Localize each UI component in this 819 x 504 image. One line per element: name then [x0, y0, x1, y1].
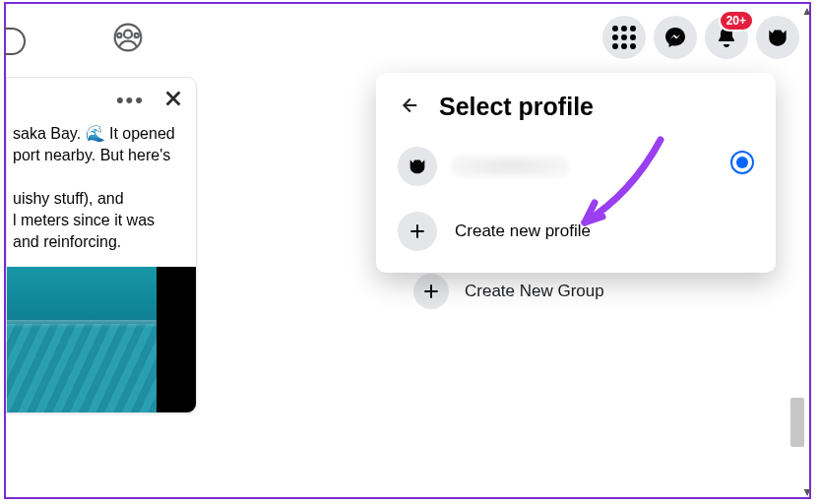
scrollbar-thumb[interactable] — [790, 398, 804, 447]
top-navbar: 20+ — [6, 8, 809, 61]
post-text: saka Bay. 🌊 It opened port nearby. But h… — [13, 123, 184, 267]
svg-point-1 — [124, 31, 132, 38]
post-card: ••• saka Bay. 🌊 It opened port nearby. B… — [6, 77, 197, 413]
select-profile-popover: Select profile Create new profile — [376, 73, 776, 273]
create-new-profile-button[interactable]: Create new profile — [396, 202, 756, 255]
scrollbar-track[interactable] — [788, 24, 807, 477]
plus-icon — [413, 274, 449, 309]
notifications-button[interactable]: 20+ — [705, 16, 748, 59]
profile-avatar — [398, 147, 437, 186]
scroll-down-arrow[interactable]: ▲ — [797, 484, 817, 502]
svg-point-3 — [135, 33, 139, 37]
profile-name-redacted — [451, 156, 569, 177]
messenger-button[interactable] — [654, 16, 697, 59]
create-profile-label: Create new profile — [455, 221, 591, 241]
nav-item-truncated[interactable] — [4, 28, 26, 55]
post-image[interactable] — [7, 267, 197, 412]
nav-right: 20+ — [602, 16, 799, 59]
svg-point-2 — [117, 33, 121, 37]
scroll-up-arrow[interactable]: ▲ — [797, 2, 817, 20]
plus-icon — [398, 212, 437, 251]
notification-badge: 20+ — [719, 10, 754, 32]
messenger-icon — [663, 26, 687, 49]
create-new-group-row[interactable]: Create New Group — [413, 274, 604, 309]
popover-title: Select profile — [439, 93, 594, 121]
batman-avatar-icon — [407, 156, 428, 177]
back-button[interactable] — [398, 94, 419, 120]
apps-menu-button[interactable] — [602, 16, 646, 59]
apps-grid-icon — [612, 26, 636, 49]
group-icon[interactable] — [112, 22, 144, 57]
app-frame: 20+ Create New Group ••• saka Bay. 🌊 It … — [4, 2, 811, 499]
more-icon[interactable]: ••• — [116, 95, 145, 105]
radio-selected-icon[interactable] — [730, 151, 754, 174]
create-group-label: Create New Group — [465, 282, 604, 301]
profile-option-current[interactable] — [396, 139, 756, 202]
post-actions: ••• — [13, 88, 184, 123]
close-post-button[interactable] — [162, 88, 184, 113]
popover-header: Select profile — [396, 87, 756, 139]
